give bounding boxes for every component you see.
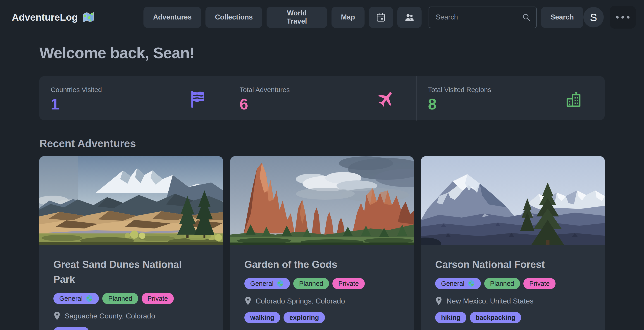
calendar-button[interactable]: [369, 7, 393, 28]
badge-planned: Planned: [484, 278, 520, 289]
tag-row: walking exploring: [244, 312, 400, 323]
location-row: New Mexico, United States: [435, 296, 590, 305]
flag-icon: [188, 89, 208, 109]
badge-private: Private: [332, 278, 364, 289]
adventure-title[interactable]: Garden of the Gods: [244, 257, 385, 272]
stats-panel: Countries Visited 1 Total Adventures 6 T…: [39, 76, 605, 120]
badge-general: General: [54, 293, 99, 304]
nav-item-map[interactable]: Map: [332, 7, 364, 28]
adventure-title[interactable]: Great Sand Dunes National Park: [54, 257, 194, 287]
shared-users-button[interactable]: [397, 7, 422, 28]
ellipsis-icon: [616, 16, 630, 19]
adventure-card[interactable]: Garden of the Gods General Planned Priva…: [230, 156, 414, 330]
badge-general: General: [244, 278, 290, 289]
navbar: AdventureLog Adventures Collections Worl…: [0, 0, 644, 35]
avatar[interactable]: S: [583, 7, 604, 28]
stat-total-visited-regions: Total Visited Regions 8: [416, 76, 605, 121]
location-row: Colorado Springs, Colorado: [244, 296, 400, 305]
search-icon: [522, 13, 531, 22]
recent-adventures-grid: Great Sand Dunes National Park General P…: [39, 156, 605, 330]
section-heading: Recent Adventures: [39, 137, 605, 149]
search-input[interactable]: [428, 7, 537, 28]
card-body: Carson National Forest General Planned P…: [421, 245, 605, 330]
main-content: Welcome back, Sean! Countries Visited 1 …: [0, 44, 644, 330]
garden-of-the-gods-photo[interactable]: [230, 156, 414, 245]
badge-private: Private: [142, 293, 174, 304]
location-text: New Mexico, United States: [446, 297, 533, 305]
app-logo[interactable]: AdventureLog: [12, 11, 95, 24]
map-icon: [82, 11, 95, 24]
activity-tag: backpacking: [470, 312, 521, 323]
welcome-heading: Welcome back, Sean!: [39, 44, 605, 62]
sand-dunes-photo[interactable]: [39, 156, 223, 245]
location-row: Saguache County, Colorado: [54, 311, 209, 320]
tag-row: hiking backpacking: [435, 312, 590, 323]
navbar-right: S: [583, 6, 636, 29]
location-pin-icon: [54, 311, 61, 320]
globe-icon: [276, 280, 284, 287]
activity-tag: hiking: [435, 312, 466, 323]
activity-tag: walking: [244, 312, 280, 323]
stat-total-adventures: Total Adventures 6: [228, 76, 416, 121]
location-text: Colorado Springs, Colorado: [256, 297, 345, 305]
location-text: Saguache County, Colorado: [65, 312, 155, 320]
card-body: Garden of the Gods General Planned Priva…: [230, 245, 414, 330]
nav-item-adventures[interactable]: Adventures: [144, 7, 201, 28]
primary-nav: Adventures Collections World Travel Map: [144, 7, 583, 28]
stat-countries-visited: Countries Visited 1: [39, 76, 228, 121]
badge-planned: Planned: [102, 293, 138, 304]
more-menu-button[interactable]: [610, 6, 636, 29]
location-pin-icon: [244, 296, 252, 305]
calendar-icon: [376, 12, 386, 23]
badge-row: General Planned Private: [244, 278, 400, 289]
tag-row: walking: [54, 327, 209, 330]
brand-name: AdventureLog: [12, 12, 78, 23]
location-pin-icon: [435, 296, 442, 305]
activity-tag: exploring: [284, 312, 325, 323]
adventure-card[interactable]: Carson National Forest General Planned P…: [421, 156, 605, 330]
city-icon: [565, 89, 584, 109]
badge-general: General: [435, 278, 480, 289]
card-body: Great Sand Dunes National Park General P…: [39, 245, 223, 330]
globe-icon: [467, 280, 475, 287]
badge-row: General Planned Private: [435, 278, 590, 289]
users-icon: [404, 12, 414, 23]
search-field-wrap: [428, 7, 537, 28]
nav-item-collections[interactable]: Collections: [206, 7, 262, 28]
carson-forest-photo[interactable]: [421, 156, 605, 245]
adventure-card[interactable]: Great Sand Dunes National Park General P…: [39, 156, 223, 330]
activity-tag: walking: [54, 327, 89, 330]
badge-private: Private: [524, 278, 556, 289]
adventure-title[interactable]: Carson National Forest: [435, 257, 576, 272]
airplane-icon: [376, 89, 396, 109]
globe-icon: [85, 295, 93, 302]
badge-row: General Planned Private: [54, 293, 209, 304]
nav-item-world-travel[interactable]: World Travel: [266, 7, 327, 28]
badge-planned: Planned: [293, 278, 329, 289]
search-button[interactable]: Search: [541, 7, 583, 28]
